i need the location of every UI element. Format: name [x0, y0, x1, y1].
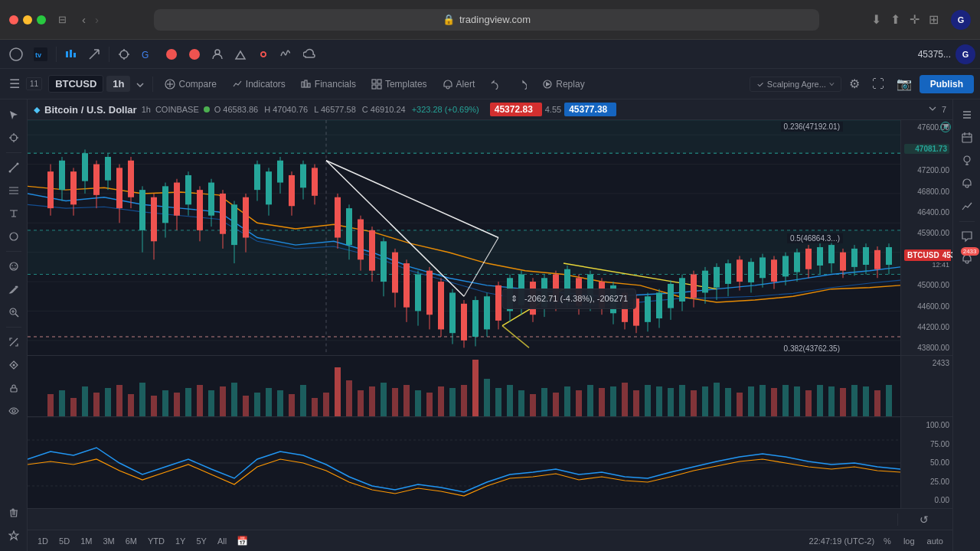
share-icon[interactable]: ⬆: [890, 12, 900, 27]
svg-point-49: [12, 409, 15, 412]
ideas-btn[interactable]: [956, 150, 978, 171]
pin-tool[interactable]: [3, 354, 24, 376]
trendline-tool[interactable]: [3, 157, 24, 178]
tf-5d-btn[interactable]: 5D: [55, 535, 74, 547]
tv-logo-btn[interactable]: tv: [29, 44, 52, 64]
new-tab-icon[interactable]: ✛: [910, 12, 920, 27]
templates-btn[interactable]: Templates: [365, 77, 433, 92]
zoom-tool[interactable]: [3, 302, 24, 323]
alert-btn[interactable]: Alert: [436, 77, 482, 92]
time-zoom-btn[interactable]: ↺: [920, 514, 929, 526]
volume-plot[interactable]: [28, 356, 900, 416]
text-tool[interactable]: [3, 203, 24, 224]
price-alt-input[interactable]: [564, 103, 616, 116]
crosshair-tool[interactable]: [3, 127, 24, 148]
fib-tool[interactable]: [3, 180, 24, 201]
publish-btn[interactable]: Publish: [920, 75, 974, 93]
cursor-tool[interactable]: [3, 104, 24, 126]
tf-ytd-btn[interactable]: YTD: [144, 535, 168, 547]
menu-btn[interactable]: ☰: [6, 73, 23, 94]
svg-rect-287: [840, 388, 846, 416]
tf-3m-btn[interactable]: 3M: [99, 535, 118, 547]
browser-chrome: ⊟ ‹ › 🔒 tradingview.com ⬇ ⬆ ✛ ⊞ G: [0, 0, 980, 40]
add-price-level-btn[interactable]: +: [940, 122, 951, 132]
red-circle-1-btn[interactable]: [161, 45, 182, 64]
people-btn[interactable]: [207, 45, 228, 64]
pencil-tool[interactable]: [3, 279, 24, 300]
tf-5y-btn[interactable]: 5Y: [192, 535, 210, 547]
redo-btn[interactable]: [510, 77, 533, 92]
maximize-dot[interactable]: [37, 15, 46, 24]
chart-settings-btn[interactable]: ⚙: [844, 74, 864, 93]
alert-sidebar-btn[interactable]: [956, 173, 978, 194]
svg-rect-135: [415, 274, 421, 311]
current-price-input[interactable]: [490, 103, 542, 116]
indicator-sidebar-btn[interactable]: [956, 196, 978, 217]
wave-btn[interactable]: [276, 45, 297, 64]
compare-btn[interactable]: Compare: [158, 77, 222, 92]
replay-btn[interactable]: Replay: [536, 77, 590, 92]
fullscreen-btn[interactable]: ⛶: [867, 75, 889, 93]
chart-panels: ⇕ -2062.71 (-4.38%), -206271 0.236(47192…: [28, 120, 952, 551]
watchlist-btn[interactable]: [956, 104, 978, 126]
profile-avatar[interactable]: G: [951, 10, 971, 30]
btc-price-tag-price: 45375.85: [942, 251, 952, 259]
red-circle-2-btn[interactable]: [184, 45, 205, 64]
crosshair-btn[interactable]: [113, 45, 135, 64]
address-bar[interactable]: 🔒 tradingview.com: [154, 9, 819, 31]
indicators-btn[interactable]: Indicators: [226, 77, 292, 92]
log-btn[interactable]: log: [900, 535, 918, 547]
cloud-btn[interactable]: [299, 45, 320, 64]
grid-icon[interactable]: ⊞: [929, 12, 939, 27]
chat-btn[interactable]: [956, 226, 978, 247]
measure-tool[interactable]: [3, 331, 24, 353]
tf-all-btn[interactable]: All: [214, 535, 230, 547]
timeframe-dropdown-btn[interactable]: [133, 76, 147, 92]
main-chart-plot[interactable]: ⇕ -2062.71 (-4.38%), -206271 0.236(47192…: [28, 120, 900, 355]
download-icon[interactable]: ⬇: [871, 12, 881, 27]
close-dot[interactable]: [9, 15, 18, 24]
user-avatar[interactable]: G: [956, 44, 975, 64]
undo-btn[interactable]: [484, 77, 507, 92]
date-range-btn[interactable]: 📅: [237, 536, 248, 546]
star-tool[interactable]: [3, 525, 24, 546]
svg-rect-203: [805, 249, 812, 269]
lock-tool[interactable]: [3, 377, 24, 399]
eye-tool[interactable]: [3, 400, 24, 422]
snapshot-btn[interactable]: 📷: [892, 74, 916, 93]
tf-6m-btn[interactable]: 6M: [122, 535, 141, 547]
tf-1m-btn[interactable]: 1M: [77, 535, 96, 547]
tool-sep-2: [6, 251, 21, 252]
arrow-btn[interactable]: [83, 45, 105, 64]
google-btn[interactable]: G: [136, 44, 159, 64]
at-btn[interactable]: [253, 45, 274, 64]
notification-btn[interactable]: 2433: [956, 249, 978, 270]
tf-1y-btn[interactable]: 1Y: [172, 535, 189, 547]
forward-btn[interactable]: ›: [92, 11, 102, 28]
svg-rect-248: [392, 388, 398, 416]
tf-1d-btn[interactable]: 1D: [34, 535, 52, 547]
timeframe-1h-btn[interactable]: 1h: [106, 76, 130, 92]
minimize-dot[interactable]: [23, 15, 32, 24]
svg-point-12: [166, 49, 177, 60]
strategy-selector[interactable]: Scalping Agre...: [750, 77, 841, 92]
emoji-tool[interactable]: [3, 256, 24, 277]
shapes-tool[interactable]: [3, 226, 24, 247]
tv-home-btn[interactable]: [5, 44, 28, 64]
price-axis-collapse-btn[interactable]: [928, 104, 937, 116]
auto-btn[interactable]: auto: [924, 535, 946, 547]
symbol-selector[interactable]: BTCUSD: [48, 75, 103, 93]
financials-btn[interactable]: Financials: [295, 77, 362, 92]
mountain-btn[interactable]: [230, 45, 251, 64]
svg-rect-290: [874, 390, 880, 416]
trash-tool[interactable]: [3, 502, 24, 523]
svg-text:G: G: [142, 50, 149, 60]
rsi-plot[interactable]: [28, 417, 900, 508]
price-45000: 45000.00: [901, 279, 952, 291]
calendar-btn[interactable]: [956, 127, 978, 148]
sidebar-toggle-btn[interactable]: ⊟: [58, 14, 67, 25]
percent-btn[interactable]: %: [880, 535, 894, 547]
back-btn[interactable]: ‹: [79, 11, 89, 28]
chart-type-btn[interactable]: [60, 45, 82, 64]
svg-rect-163: [576, 278, 582, 305]
